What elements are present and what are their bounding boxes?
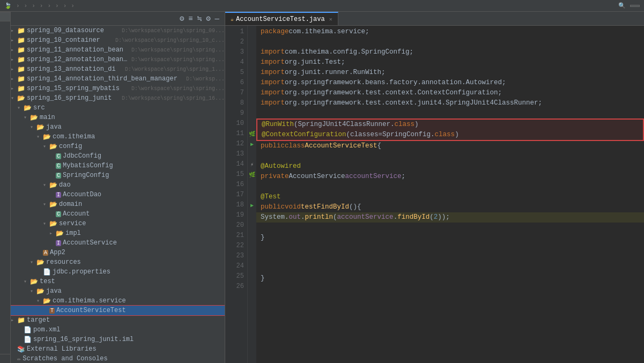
tree-item[interactable]: ▸📁spring_11_annotation_beanD:\workspace\… <box>11 45 225 55</box>
panel-minimize-icon[interactable]: — <box>214 14 220 23</box>
tree-arrow[interactable]: ▸ <box>11 47 17 53</box>
tree-item[interactable]: ▾📂java <box>11 122 225 132</box>
tree-arrow[interactable]: ▸ <box>11 317 17 323</box>
code-line <box>256 284 644 294</box>
tree-arrow[interactable]: ▾ <box>30 124 36 130</box>
tree-item[interactable]: ▾📂domain <box>11 199 225 209</box>
tree-item[interactable]: 📄spring_16_spring_junit.iml <box>11 335 225 344</box>
tree-label: spring_16_spring_junit <box>27 94 120 102</box>
tree-arrow[interactable]: ▾ <box>24 278 30 285</box>
line-number: 13 <box>225 149 244 159</box>
tree-arrow[interactable]: ▸ <box>11 56 17 63</box>
tree-item[interactable]: ▾📂service <box>11 219 225 228</box>
tree-item[interactable]: ▾📂main <box>11 113 225 122</box>
tree-item[interactable]: IAccountService <box>11 238 225 248</box>
gutter-mark <box>248 231 256 241</box>
line-number: 25 <box>225 271 244 281</box>
tree-item[interactable]: ▾📂java <box>11 286 225 296</box>
tree-item[interactable]: 📚External Libraries <box>11 344 225 354</box>
line-number: 16 <box>225 180 244 190</box>
tree-label: com.itheima.service <box>53 297 225 305</box>
editor-area: ☕ AccountServiceTest.java ✕ 123456789101… <box>225 12 644 363</box>
tree-item[interactable]: ▾📂config <box>11 142 225 151</box>
gutter-mark <box>248 149 256 159</box>
tree-item[interactable]: ▸📁target <box>11 315 225 325</box>
run-icon[interactable]: ▶ <box>250 141 254 147</box>
sidebar-tab-project[interactable] <box>0 12 10 21</box>
tree-arrow[interactable]: ▾ <box>36 298 43 304</box>
code-area[interactable]: package com.itheima.service; import com.… <box>256 26 644 363</box>
line-number: 22 <box>225 241 244 251</box>
code-line: public class AccountServiceTest { <box>256 141 644 151</box>
gutter-mark <box>248 261 256 271</box>
tree-item[interactable]: ▾📂dao <box>11 180 225 190</box>
tree-item[interactable]: CSpringConfig <box>11 171 225 180</box>
tree-arrow[interactable]: ▾ <box>43 143 49 150</box>
tree-arrow[interactable]: ▾ <box>30 259 36 265</box>
tree-arrow[interactable]: ▾ <box>30 288 36 294</box>
tree-item[interactable]: ▸📁spring_12_annotation_bean_managerD:\wo… <box>11 55 225 64</box>
tree-arrow[interactable]: ▾ <box>43 201 49 208</box>
tree-arrow[interactable]: ▸ <box>11 76 17 82</box>
tree-item[interactable]: ▸📁spring_09_datasourceD:\workspace\sprin… <box>11 26 225 35</box>
tree-item[interactable]: ▾📂spring_16_spring_junitD:\workspace\spr… <box>11 93 225 103</box>
sidebar-tab-structure[interactable] <box>0 21 10 30</box>
editor-tab-accountservicetest[interactable]: ☕ AccountServiceTest.java ✕ <box>225 12 338 25</box>
tree-item[interactable]: ▸📁spring_10_containerD:\workspace\spring… <box>11 35 225 45</box>
tree-item[interactable]: ▾📂com.itheima.service <box>11 296 225 306</box>
tree-arrow[interactable]: ▾ <box>43 182 49 188</box>
tree-item[interactable]: 📄pom.xml <box>11 325 225 335</box>
sidebar-tab-favorites[interactable] <box>0 354 10 363</box>
tree-item[interactable]: ▾📂com.itheima <box>11 132 225 142</box>
tree-item[interactable]: IAccountDao <box>11 190 225 199</box>
tree-arrow[interactable]: ▸ <box>11 66 17 72</box>
line-number: 3 <box>225 47 244 57</box>
tree-label: spring_15_spring_mybatis <box>27 85 129 92</box>
project-tree[interactable]: ▸📁spring_09_datasourceD:\workspace\sprin… <box>11 26 225 363</box>
tree-label: SpringConfig <box>63 172 225 179</box>
top-right-area: 🔍 <box>618 2 640 9</box>
tree-item[interactable]: ▸📁spring_13_annotation_diD:\workspace\sp… <box>11 64 225 74</box>
tab-bar: ☕ AccountServiceTest.java ✕ <box>225 12 644 26</box>
tree-item[interactable]: ▸📁spring_14_annotation_third_bean_manage… <box>11 74 225 84</box>
tree-arrow[interactable]: ▾ <box>11 95 17 101</box>
search-icon[interactable]: 🔍 <box>618 2 626 9</box>
code-line: public void testFindById(){ <box>256 202 644 212</box>
tree-label: impl <box>65 229 225 237</box>
panel-settings-icon[interactable]: ⚙ <box>179 14 185 23</box>
tree-item[interactable]: ▾📂resources <box>11 257 225 267</box>
tree-item[interactable]: ▸📂impl <box>11 228 225 238</box>
autowire-icon: ⚡ <box>250 161 254 168</box>
tree-item[interactable]: CAccount <box>11 209 225 219</box>
tree-arrow[interactable]: ▾ <box>24 114 30 121</box>
tree-arrow[interactable]: ▾ <box>43 220 49 227</box>
tree-item[interactable]: CMybatisConfig <box>11 161 225 171</box>
tree-label: App2 <box>50 249 225 256</box>
tree-arrow[interactable]: ▸ <box>11 27 17 34</box>
tree-label: com.itheima <box>53 133 225 140</box>
tree-label: src <box>33 104 225 112</box>
run-icon[interactable]: ▶ <box>250 202 254 209</box>
tree-item[interactable]: 📄jdbc.properties <box>11 267 225 277</box>
tree-item[interactable]: TAccountServiceTest <box>11 306 225 315</box>
code-line: import org.junit.Test; <box>256 57 644 68</box>
tree-arrow[interactable]: ▸ <box>11 37 17 43</box>
tree-item[interactable]: ▸📁spring_15_spring_mybatisD:\workspace\s… <box>11 84 225 93</box>
java-file-icon: ☕ <box>231 16 234 23</box>
tree-item[interactable]: CJdbcConfig <box>11 151 225 161</box>
line-number: 9 <box>225 108 244 118</box>
tree-arrow[interactable]: ▾ <box>36 134 43 140</box>
tree-item[interactable]: ▾📂src <box>11 103 225 113</box>
panel-gear-icon[interactable]: ⚙ <box>205 14 211 23</box>
tab-close-icon[interactable]: ✕ <box>329 16 332 23</box>
tree-arrow[interactable]: ▸ <box>49 230 56 236</box>
tree-label: spring_14_annotation_third_bean_manager <box>27 75 184 83</box>
tree-label: MybatisConfig <box>63 162 225 169</box>
tree-arrow[interactable]: ▸ <box>11 85 17 92</box>
tree-arrow[interactable]: ▾ <box>17 105 24 111</box>
tree-item[interactable]: ✏Scratches and Consoles <box>11 354 225 363</box>
panel-sort-icon[interactable]: ≒ <box>196 14 203 23</box>
panel-list-icon[interactable]: ≡ <box>187 14 194 23</box>
tree-item[interactable]: ▾📂test <box>11 277 225 286</box>
tree-item[interactable]: AApp2 <box>11 248 225 257</box>
